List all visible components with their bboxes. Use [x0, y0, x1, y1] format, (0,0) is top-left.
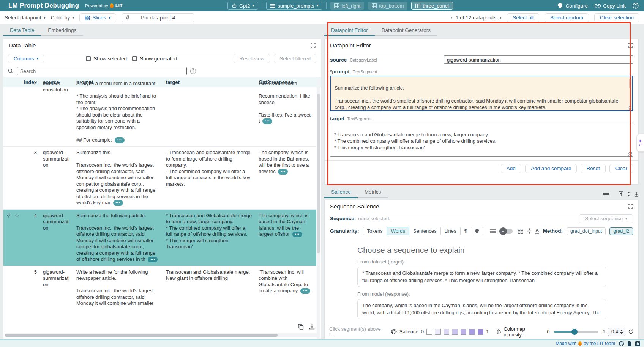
granularity-lines[interactable]: Lines	[441, 227, 461, 235]
show-generated-checkbox[interactable]	[132, 56, 137, 61]
font-color-icon[interactable]: A	[535, 228, 539, 234]
datapoint-pager: ‹ 1 of 12 datapoints ›	[450, 14, 502, 21]
align-bottom-icon[interactable]	[634, 191, 639, 197]
select-sequence-button[interactable]: Select sequence▾	[579, 214, 633, 223]
copy-link-button[interactable]: Copy Link	[595, 3, 626, 9]
add-and-compare-button[interactable]: Add and compare	[525, 164, 577, 173]
resize-grip[interactable]	[628, 152, 632, 156]
colormap-intensity-label: Colormap intensity:	[504, 326, 544, 338]
help-icon[interactable]	[633, 3, 639, 9]
salience-legend-label: Salience	[399, 329, 418, 334]
expand-text-pill[interactable]: •••	[292, 232, 302, 237]
select-random-button[interactable]: Select random	[545, 13, 589, 22]
resize-grip[interactable]	[628, 106, 631, 110]
spinner-up-icon[interactable]	[620, 330, 623, 331]
gear-toggle-icon[interactable]	[471, 227, 483, 235]
expand-icon[interactable]	[311, 43, 316, 48]
layout-left-right-button[interactable]: left_right	[330, 2, 364, 10]
slices-button[interactable]: Slices ▾	[79, 13, 116, 22]
made-with-link[interactable]: Made with by the LIT team	[556, 341, 615, 346]
method-grad-dot-input[interactable]: grad_dot_input	[567, 227, 606, 235]
salience-swatch	[469, 329, 475, 335]
prompt-textarea[interactable]: Summarize the following article. Transoc…	[330, 76, 633, 111]
granularity-tokens[interactable]: Tokens	[363, 227, 387, 235]
clear-selection-button[interactable]: Clear selection	[594, 13, 639, 22]
tab-data-table[interactable]: Data Table	[3, 26, 41, 36]
dense-view-icon[interactable]	[490, 229, 496, 233]
expand-icon[interactable]	[628, 43, 633, 48]
select-datapoint-menu[interactable]: Select datapoint ▾	[5, 15, 46, 21]
select-filtered-button[interactable]: Select filtered	[274, 54, 316, 63]
source-input[interactable]	[444, 55, 633, 64]
docs-icon[interactable]	[627, 341, 632, 346]
search-help-icon[interactable]: ?	[190, 68, 196, 74]
color-by-menu[interactable]: Color by ▾	[51, 15, 74, 21]
pilcrow-toggle[interactable]: ¶	[461, 227, 471, 235]
layout-top-bottom-button[interactable]: top_bottom	[368, 2, 407, 10]
table-row[interactable]: 5 gigaword-summarization Write a headlin…	[3, 266, 316, 310]
from-dataset-option[interactable]: * Transocean and Globalsantafe merge to …	[357, 267, 606, 287]
expand-text-pill[interactable]: •••	[148, 257, 158, 262]
expand-text-pill[interactable]: •••	[278, 169, 288, 175]
add-button[interactable]: Add	[501, 164, 521, 173]
expand-text-pill[interactable]: •••	[113, 200, 123, 206]
table-row[interactable]: 3 gigaword-summarization Summarize this.…	[3, 146, 316, 209]
tab-salience[interactable]: Salience	[324, 188, 358, 198]
target-textarea[interactable]: * Transocean and Globalsantafe merge to …	[330, 123, 633, 157]
table-row-selected[interactable]: ☆ 4 gigaword-summarization Summarize the…	[3, 209, 316, 266]
textarea-scrollbar[interactable]	[629, 79, 631, 88]
expand-text-pill[interactable]: •••	[300, 288, 310, 294]
download-icon[interactable]	[309, 324, 315, 330]
bug-icon[interactable]	[635, 341, 640, 346]
tab-datapoint-generators[interactable]: Datapoint Generators	[375, 26, 437, 36]
columns-button[interactable]: Columns ▾	[8, 54, 44, 63]
vertical-fit-icon[interactable]	[527, 228, 532, 234]
table-row[interactable]: 2 fewshot-constitution Analyze a menu it…	[3, 77, 316, 146]
intensity-spinner[interactable]: 0.4	[608, 328, 625, 336]
colormap-toggle[interactable]: −	[500, 229, 513, 234]
salience-swatch	[478, 329, 483, 335]
github-icon[interactable]	[619, 341, 624, 346]
reset-intensity-icon[interactable]	[628, 329, 634, 334]
granularity-sentences[interactable]: Sentences	[409, 227, 440, 235]
method-grad-l2[interactable]: grad_l2	[609, 227, 633, 235]
align-center-icon[interactable]	[627, 191, 631, 197]
expand-icon[interactable]	[628, 204, 633, 209]
tab-embeddings[interactable]: Embeddings	[41, 26, 83, 36]
chevron-down-icon: ▾	[72, 16, 74, 20]
ai-sparkle-flyout[interactable]	[636, 134, 644, 152]
copy-table-icon[interactable]	[298, 324, 304, 330]
tab-metrics[interactable]: Metrics	[358, 188, 388, 198]
reset-view-button[interactable]: Reset view	[234, 54, 270, 63]
dataset-selector[interactable]: sample_prompts ▾	[266, 2, 322, 10]
model-selector[interactable]: Gpt2 ▾	[227, 2, 258, 10]
robot-icon	[232, 3, 237, 8]
tab-datapoint-editor[interactable]: Datapoint Editor	[324, 26, 375, 36]
made-with-text: Made with	[556, 341, 576, 346]
reset-button[interactable]: Reset	[581, 164, 605, 173]
pinned-icon[interactable]	[6, 213, 11, 218]
drag-handle-icon[interactable]	[603, 192, 609, 196]
from-model-option[interactable]: The company, which is based in the Cayma…	[357, 299, 606, 319]
search-input[interactable]	[17, 67, 187, 75]
pin-datapoint-button[interactable]: Pin datapoint 4	[122, 13, 194, 22]
selection-toolbar: Select datapoint ▾ Color by ▾ Slices ▾ P…	[0, 11, 644, 24]
grid-view-icon[interactable]	[518, 229, 523, 234]
select-all-button[interactable]: Select all	[507, 13, 539, 22]
expand-text-pill[interactable]: •••	[262, 118, 272, 124]
prev-datapoint-icon[interactable]: ‹	[450, 14, 453, 21]
clear-button[interactable]: Clear	[609, 164, 633, 173]
spinner-down-icon[interactable]	[620, 332, 623, 334]
vertical-scrollbar[interactable]	[317, 79, 320, 339]
horizontal-scrollbar[interactable]	[5, 333, 320, 337]
align-top-icon[interactable]	[619, 191, 623, 197]
granularity-words[interactable]: Words	[387, 227, 409, 235]
layout-three-panel-button[interactable]: three_panel	[411, 2, 453, 10]
star-icon[interactable]: ☆	[14, 213, 19, 218]
expand-text-pill[interactable]: •••	[115, 137, 125, 143]
slider-knob[interactable]	[571, 329, 578, 335]
configure-button[interactable]: Configure	[558, 3, 588, 9]
next-datapoint-icon[interactable]: ›	[499, 14, 502, 21]
colormap-intensity-slider[interactable]	[554, 331, 598, 333]
show-selected-checkbox[interactable]	[86, 56, 91, 61]
